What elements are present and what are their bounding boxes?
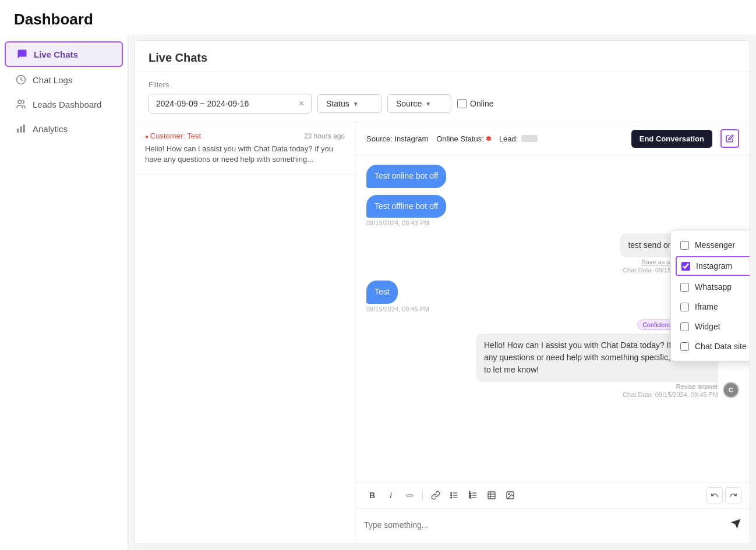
source-dropdown[interactable]: Messenger Instagram Whatsapp Iframe (670, 230, 750, 361)
sidebar-item-analytics-label: Analytics (33, 124, 68, 134)
sidebar-item-leads-label: Leads Dashboard (33, 100, 101, 109)
svg-text:C: C (729, 386, 733, 393)
sidebar-item-chat-logs[interactable]: Chat Logs (5, 68, 123, 91)
toolbar-divider-1 (422, 489, 423, 501)
chat-logs-icon (15, 74, 27, 86)
source-option-messenger[interactable]: Messenger (671, 235, 750, 255)
source-badge: Source: Instagram (366, 134, 428, 143)
content-area: Live Chats Filters 2024-09-09 ~ 2024-09-… (128, 34, 756, 550)
widget-checkbox[interactable] (680, 322, 689, 331)
lead-avatar-placeholder (521, 135, 538, 142)
message-input-area (356, 508, 750, 544)
input-row (364, 514, 741, 535)
svg-point-10 (451, 492, 452, 494)
source-option-instagram[interactable]: Instagram (676, 256, 750, 276)
source-option-widget[interactable]: Widget (671, 317, 750, 336)
link-button[interactable] (428, 487, 444, 503)
table-button[interactable] (483, 487, 500, 503)
lead-label: Lead: (499, 134, 518, 143)
sidebar-item-leads-dashboard[interactable]: Leads Dashboard (5, 93, 123, 116)
bullet-list-button[interactable] (446, 487, 462, 503)
content-inner: Live Chats Filters 2024-09-09 ~ 2024-09-… (134, 40, 750, 544)
online-label: Online (470, 99, 493, 108)
chat-data-site-checkbox[interactable] (680, 342, 689, 351)
status-label: Status (326, 99, 349, 108)
message-input[interactable] (364, 514, 725, 535)
svg-rect-2 (17, 129, 19, 133)
agent-avatar-2: C (723, 382, 739, 398)
end-conversation-button[interactable]: End Conversation (631, 130, 712, 148)
messenger-label: Messenger (695, 240, 735, 250)
undo-button[interactable] (706, 487, 723, 503)
online-checkbox[interactable] (457, 99, 467, 108)
messenger-checkbox[interactable] (680, 241, 689, 250)
app-title: Dashboard (14, 10, 742, 29)
clear-date-button[interactable]: × (299, 98, 304, 109)
chat-data-site-label: Chat Data site (695, 342, 747, 351)
lead-info: Lead: (499, 134, 538, 143)
source-option-chat-data-site[interactable]: Chat Data site (671, 336, 750, 356)
code-button[interactable]: <> (401, 487, 418, 503)
chat-time: 23 hours ago (304, 132, 345, 140)
redo-button[interactable] (725, 487, 741, 503)
instagram-checkbox[interactable] (681, 262, 690, 271)
conv-actions: End Conversation (631, 129, 739, 148)
analytics-icon (15, 123, 27, 134)
filters-label: Filters (149, 80, 736, 89)
bold-button[interactable]: B (364, 487, 380, 503)
message-bubble-2: Test offline bot off (366, 195, 446, 218)
message-bubble-1: Test online bot off (366, 165, 446, 188)
source-option-iframe[interactable]: Iframe (671, 297, 750, 317)
svg-point-12 (451, 497, 452, 498)
date-range-text: 2024-09-09 ~ 2024-09-16 (156, 99, 294, 108)
send-button[interactable] (730, 518, 741, 533)
svg-rect-4 (23, 125, 25, 133)
whatsapp-label: Whatsapp (695, 282, 732, 292)
date-filter[interactable]: 2024-09-09 ~ 2024-09-16 × (149, 94, 312, 113)
top-header: Dashboard (0, 0, 756, 34)
sidebar-item-analytics[interactable]: Analytics (5, 117, 123, 140)
source-option-whatsapp[interactable]: Whatsapp (671, 277, 750, 297)
chat-item-header: Customer: Test 23 hours ago (145, 132, 345, 140)
source-label: Source (396, 99, 422, 108)
widget-label: Widget (695, 322, 720, 331)
iframe-checkbox[interactable] (680, 303, 689, 311)
content-header: Live Chats (135, 41, 750, 72)
revise-answer-link[interactable]: Revise answer (676, 383, 718, 390)
message-time-3: 09/15/2024, 09:45 PM (366, 306, 429, 313)
live-chats-icon (16, 48, 28, 60)
app-container: Dashboard Live Chats Chat Logs Leads (0, 0, 756, 550)
iframe-label: Iframe (695, 302, 718, 311)
svg-text:3.: 3. (469, 496, 471, 499)
online-filter[interactable]: Online (457, 99, 493, 108)
italic-button[interactable]: I (383, 487, 399, 503)
chat-preview-text: Hello! How can I assist you with Chat Da… (145, 144, 345, 165)
conv-header: Source: Instagram Online Status: Lead: (356, 122, 750, 155)
status-filter-dropdown[interactable]: Status ▼ (317, 94, 381, 113)
svg-point-11 (451, 495, 452, 496)
filters-row: 2024-09-09 ~ 2024-09-16 × Status ▼ Sourc… (149, 94, 736, 113)
filters-section: Filters 2024-09-09 ~ 2024-09-16 × Status… (135, 72, 750, 122)
message-group-1: Test online bot off (366, 165, 739, 188)
whatsapp-checkbox[interactable] (680, 283, 689, 292)
online-dot (486, 136, 491, 141)
chat-list-item[interactable]: Customer: Test 23 hours ago Hello! How c… (135, 122, 355, 175)
online-status-label: Online Status: (436, 134, 484, 143)
sidebar-item-live-chats-label: Live Chats (34, 49, 78, 59)
sidebar-item-live-chats[interactable]: Live Chats (5, 41, 123, 67)
image-button[interactable] (502, 487, 518, 503)
sidebar-item-chat-logs-label: Chat Logs (33, 75, 72, 85)
main-layout: Live Chats Chat Logs Leads Dashboard Ana… (0, 34, 756, 550)
svg-point-24 (508, 494, 510, 495)
chat-list: Customer: Test 23 hours ago Hello! How c… (135, 122, 356, 544)
message-group-2: Test offline bot off 09/15/2024, 09:43 P… (366, 195, 739, 227)
message-time-2: 09/15/2024, 09:43 PM (366, 219, 429, 226)
source-filter-dropdown[interactable]: Source ▼ (387, 94, 451, 113)
message-toolbar: B I <> 1.2.3. (356, 482, 750, 508)
edit-conversation-button[interactable] (720, 129, 739, 148)
agent-meta-2: Chat Data· 09/15/2024, 09:45 PM (623, 391, 718, 398)
ordered-list-button[interactable]: 1.2.3. (465, 487, 481, 503)
sidebar: Live Chats Chat Logs Leads Dashboard Ana… (0, 34, 128, 550)
chat-customer-name: Customer: Test (145, 132, 201, 140)
leads-dashboard-icon (15, 98, 27, 110)
